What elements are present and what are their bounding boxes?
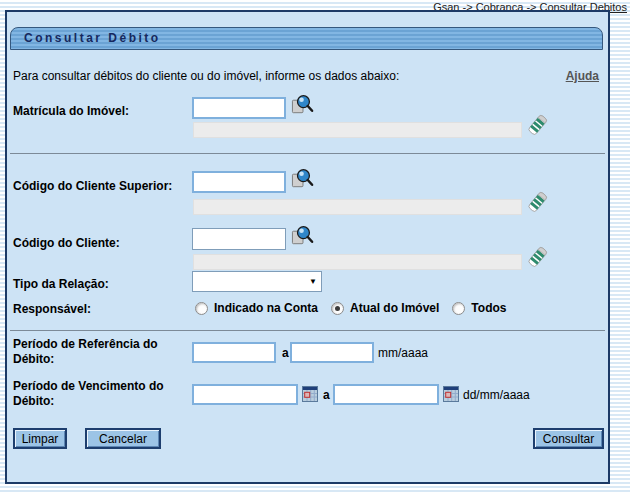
range-separator: a [323,388,330,402]
search-icon[interactable] [291,94,314,117]
eraser-icon[interactable] [526,113,548,137]
responsavel-radio-group: Indicado na Conta Atual do Imóvel Todos [195,301,519,315]
cliente-display-field [193,254,522,270]
section-divider [10,153,605,154]
radio-option-indicado-na-conta[interactable]: Indicado na Conta [195,301,318,315]
eraser-icon[interactable] [526,190,548,214]
cliente-label: Código do Cliente: [13,236,120,251]
calendar-icon[interactable] [302,386,318,402]
section-divider [10,330,605,331]
radio-label[interactable]: Atual do Imóvel [350,301,439,315]
cliente-superior-input[interactable] [192,171,286,193]
matricula-display-field [193,122,522,138]
radio-option-todos[interactable]: Todos [452,301,506,315]
help-link[interactable]: Ajuda [566,69,599,83]
search-icon[interactable] [291,168,314,191]
radio-indicado-na-conta[interactable] [195,302,208,315]
periodo-vencimento-label: Período de Vencimento do Débito: [13,379,188,409]
chevron-down-icon: ▼ [309,277,317,286]
periodo-referencia-label: Período de Referência do Débito: [13,337,188,367]
radio-option-atual-do-imovel[interactable]: Atual do Imóvel [331,301,439,315]
consultar-button[interactable]: Consultar [533,428,604,449]
radio-label[interactable]: Todos [471,301,506,315]
format-hint: mm/aaaa [378,346,428,360]
radio-atual-do-imovel[interactable] [331,302,344,315]
periodo-vencimento-from-input[interactable] [192,384,298,405]
page-title: Consultar Débito [10,27,603,50]
cancelar-button[interactable]: Cancelar [85,428,161,449]
search-icon[interactable] [291,225,314,248]
calendar-icon[interactable] [443,386,459,402]
range-separator: a [282,346,289,360]
responsavel-label: Responsável: [13,302,91,317]
cliente-input[interactable] [192,228,286,250]
consultar-debito-panel: Consultar Débito Para consultar débitos … [5,10,610,484]
radio-todos[interactable] [452,302,465,315]
cliente-superior-display-field [193,199,522,215]
matricula-label: Matrícula do Imóvel: [13,104,129,119]
cliente-superior-label: Código do Cliente Superior: [13,179,172,194]
radio-label[interactable]: Indicado na Conta [214,301,318,315]
limpar-button[interactable]: Limpar [13,428,67,449]
tipo-relacao-label: Tipo da Relação: [13,277,109,292]
intro-text: Para consultar débitos do cliente ou do … [13,69,399,83]
tipo-relacao-select[interactable]: ▼ [192,271,322,292]
format-hint: dd/mm/aaaa [463,388,530,402]
periodo-referencia-from-input[interactable] [192,342,276,363]
periodo-vencimento-to-input[interactable] [333,384,439,405]
matricula-input[interactable] [192,97,286,119]
eraser-icon[interactable] [526,245,548,269]
periodo-referencia-to-input[interactable] [290,342,374,363]
